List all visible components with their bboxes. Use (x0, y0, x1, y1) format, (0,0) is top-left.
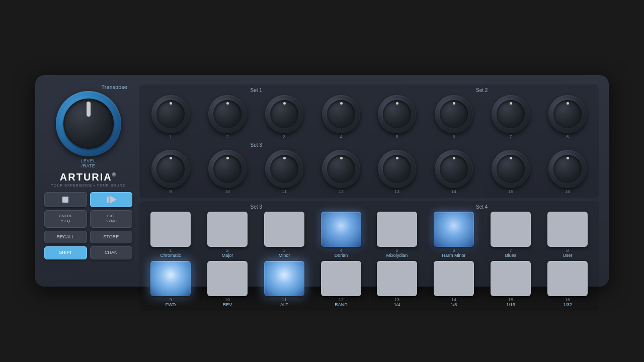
knob-inner-5 (383, 100, 411, 128)
transpose-knob[interactable] (56, 91, 121, 156)
pad-16[interactable] (547, 261, 588, 296)
knob-num-6: 6 (452, 134, 455, 139)
knob-num-15: 15 (508, 189, 513, 194)
cntrl-seq-button[interactable]: CNTRL/SEQ (44, 210, 87, 228)
knob-9[interactable] (151, 150, 190, 188)
knob-inner-11 (270, 155, 298, 183)
shift-button[interactable]: SHIFT (44, 246, 87, 259)
knob-item-16: 16 (540, 150, 595, 194)
set-headers-row2: Set 3 (141, 142, 597, 148)
pad-name-1: Chromatic (160, 253, 181, 258)
knob-3[interactable] (265, 95, 303, 133)
pad-4[interactable] (321, 212, 361, 247)
pad-item-3: 3 Minor (257, 212, 311, 258)
knob-8[interactable] (548, 95, 587, 133)
store-button[interactable]: STORE (90, 231, 133, 244)
knob-2[interactable] (208, 95, 247, 133)
pad-5[interactable] (377, 212, 417, 247)
knob-inner-2 (213, 100, 242, 128)
knob-5[interactable] (378, 95, 416, 133)
knob-12[interactable] (322, 150, 360, 188)
pad-num-11: 11 (282, 297, 287, 302)
pad-num-3: 3 (283, 248, 285, 253)
knob-inner-13 (383, 155, 411, 183)
pad-name-16: 1/32 (563, 302, 572, 307)
pad-3[interactable] (264, 212, 304, 247)
knob-15[interactable] (492, 150, 530, 188)
knob-4[interactable] (322, 95, 360, 133)
set2-label: Set 2 (369, 87, 595, 93)
pad-item-6: 6 Harm Minor (427, 212, 481, 258)
pad-num-13: 13 (394, 297, 399, 302)
pad-item-14: 14 1/8 (427, 261, 481, 307)
pad-name-7: Blues (505, 253, 517, 258)
chan-button[interactable]: CHAN (90, 246, 133, 259)
pad-area: Set 3 Set 4 1 Chromatic 2 Major (139, 201, 599, 311)
knob-indicator (87, 102, 91, 117)
pad-name-10: REV (223, 302, 232, 307)
set4-pad-label: Set 4 (369, 204, 595, 210)
pad-item-16: 16 1/32 (540, 261, 595, 307)
pad-6[interactable] (434, 212, 474, 247)
knob-13[interactable] (378, 150, 416, 188)
pad-11[interactable] (264, 261, 304, 296)
knob-num-5: 5 (395, 134, 398, 139)
arturia-logo: ARTURIA® YOUR EXPERIENCE • YOUR SOUND (51, 171, 126, 187)
pad-num-4: 4 (340, 248, 342, 253)
play-button[interactable] (90, 192, 133, 207)
ext-sync-button[interactable]: EXTSYNC (90, 210, 133, 228)
pad-item-4: 4 Dorian (314, 212, 368, 258)
pad-9[interactable] (150, 261, 191, 296)
knob-item-8: 8 (540, 95, 595, 139)
knob-14[interactable] (435, 150, 473, 188)
pad-12[interactable] (321, 261, 361, 296)
pad-10[interactable] (207, 261, 248, 296)
knob-item-1: 1 (143, 95, 198, 139)
pad-15[interactable] (491, 261, 531, 296)
pad-item-5: 5 Mixolydian (370, 212, 424, 258)
set3-pad-label: Set 3 (143, 204, 369, 210)
knob-11[interactable] (265, 150, 303, 188)
knob-item-11: 11 (257, 150, 311, 194)
pad-2[interactable] (207, 212, 248, 247)
knob-10[interactable] (208, 150, 247, 188)
knob-16[interactable] (548, 150, 587, 188)
recall-button[interactable]: RECALL (44, 231, 87, 244)
pad-row2-separator (369, 261, 369, 307)
knob-num-13: 13 (394, 189, 399, 194)
transpose-knob-inner (63, 99, 114, 149)
pad-13[interactable] (377, 261, 417, 296)
pad-num-8: 8 (566, 248, 569, 253)
pad-set-headers: Set 3 Set 4 (141, 204, 597, 210)
pad-num-16: 16 (565, 297, 570, 302)
knob-item-7: 7 (484, 95, 538, 139)
knob-inner-9 (156, 155, 185, 183)
pad-num-15: 15 (508, 297, 513, 302)
pad-name-13: 1/4 (394, 302, 400, 307)
knob-group-set1: 1 2 3 (143, 95, 368, 139)
pad-num-14: 14 (451, 297, 456, 302)
knob-inner-14 (440, 155, 468, 183)
brand-name: ARTURIA® (51, 171, 126, 183)
knob-inner-4 (327, 100, 355, 128)
pad-item-7: 7 Blues (484, 212, 538, 258)
knob-6[interactable] (435, 95, 473, 133)
knob-item-5: 5 (370, 95, 424, 139)
knob-item-4: 4 (314, 95, 368, 139)
pad-name-6: Harm Minor (442, 253, 465, 258)
knob-num-3: 3 (283, 134, 285, 139)
knob-num-14: 14 (451, 189, 456, 194)
knob-1[interactable] (151, 95, 190, 133)
stop-button[interactable] (44, 192, 87, 207)
pad-row-1: 1 Chromatic 2 Major 3 Minor (141, 212, 597, 258)
transpose-section: Transpose LEVEL/RATE (44, 84, 132, 168)
pad-7[interactable] (491, 212, 531, 247)
knob-7[interactable] (492, 95, 530, 133)
pad-8[interactable] (547, 212, 588, 247)
knob-inner-7 (497, 100, 525, 128)
pad-14[interactable] (434, 261, 474, 296)
knob-item-15: 15 (484, 150, 538, 194)
pad-1[interactable] (150, 212, 191, 247)
pad-row1-separator (369, 212, 369, 258)
knob-inner-8 (553, 100, 582, 128)
